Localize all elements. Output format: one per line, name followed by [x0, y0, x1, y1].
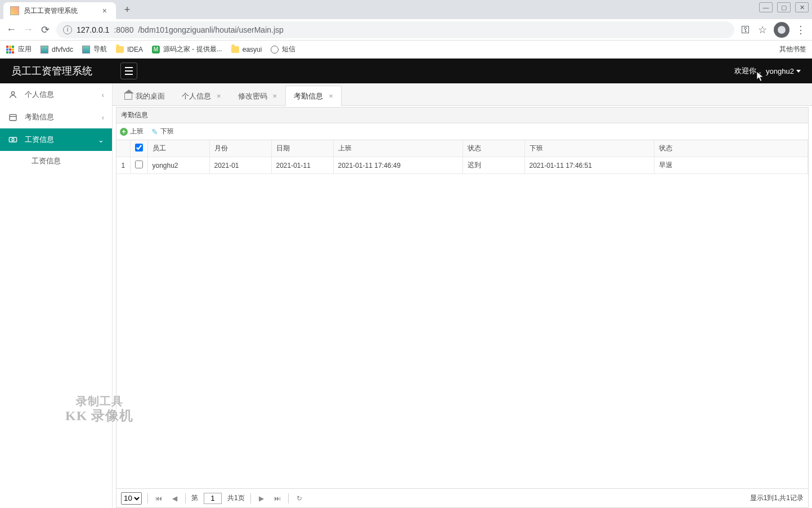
row-checkbox[interactable]: [135, 161, 143, 168]
close-tab-icon[interactable]: ×: [273, 92, 277, 100]
page-size-select[interactable]: 10: [121, 492, 142, 505]
bookmark-item[interactable]: IDEA: [116, 46, 143, 54]
separator: [185, 493, 186, 503]
bookmark-label: 短信: [282, 44, 295, 54]
page-label: 第: [191, 493, 198, 503]
profile-avatar[interactable]: [774, 22, 789, 38]
col-clock-out[interactable]: 下班: [524, 140, 654, 157]
close-window-button[interactable]: ✕: [795, 2, 809, 12]
pencil-icon: ✎: [151, 127, 158, 136]
separator: [288, 493, 289, 503]
prev-page-button[interactable]: ◀: [169, 494, 180, 502]
sidebar-toggle-button[interactable]: [120, 63, 137, 79]
svg-rect-2: [9, 137, 16, 142]
table-container: 员工 月份 日期 上班 状态 下班 状态 1: [116, 140, 808, 488]
col-off-status[interactable]: 状态: [654, 140, 808, 157]
chevron-left-icon: ‹: [102, 113, 104, 122]
favicon-icon: [10, 6, 19, 15]
bookmark-icon: [82, 46, 90, 54]
last-page-button[interactable]: ⏭: [272, 494, 282, 502]
sidebar-item-label: 个人信息: [25, 90, 54, 100]
folder-icon: [116, 46, 124, 53]
cell-index: 1: [116, 157, 130, 174]
username: yonghu2: [766, 67, 794, 75]
minimize-button[interactable]: —: [759, 2, 773, 12]
sidebar: 个人信息 ‹ 考勤信息 ‹ 工资信息 ⌄ 工资信息: [0, 83, 113, 508]
calendar-icon: [8, 112, 18, 122]
folder-icon: [231, 46, 239, 53]
main-content: 我的桌面 个人信息 × 修改密码 × 考勤信息 × 考勤信息 + 上班: [113, 83, 812, 508]
key-icon[interactable]: ⚿: [740, 25, 751, 35]
user-icon: [8, 90, 18, 100]
bookmark-item[interactable]: 导航: [82, 44, 107, 54]
other-bookmarks[interactable]: 其他书签: [776, 44, 806, 54]
col-clock-in[interactable]: 上班: [333, 140, 463, 157]
toolbar: + 上班 ✎ 下班: [116, 123, 808, 140]
svg-point-0: [11, 92, 14, 95]
browser-tab[interactable]: 员工工资管理系统 ×: [3, 2, 116, 19]
close-tab-icon[interactable]: ×: [217, 92, 221, 100]
bookmark-item[interactable]: M 源码之家 - 提供最...: [152, 44, 222, 54]
url-field[interactable]: i 127.0.0.1:8080/bdm101gongziguanli/hout…: [56, 21, 734, 38]
pagination: 10 ⏮ ◀ 第 共1页 ▶ ⏭ ↻ 显示1到1,共1记录: [116, 488, 808, 507]
clock-out-button[interactable]: ✎ 下班: [151, 127, 174, 136]
star-icon[interactable]: ☆: [757, 24, 768, 36]
globe-icon: [271, 46, 279, 54]
reload-button[interactable]: ⟳: [39, 24, 51, 36]
page-info: 显示1到1,共1记录: [750, 493, 804, 503]
next-page-button[interactable]: ▶: [257, 494, 267, 502]
bookmark-item[interactable]: 短信: [271, 44, 295, 54]
separator: [147, 493, 148, 503]
col-employee[interactable]: 员工: [147, 140, 209, 157]
col-on-status[interactable]: 状态: [463, 140, 524, 157]
browser-tab-strip: 员工工资管理系统 × + — ▢ ✕: [0, 0, 812, 19]
apps-icon: [6, 45, 15, 54]
close-tab-icon[interactable]: ×: [100, 6, 109, 15]
watermark: 录制工具 KK 录像机: [65, 394, 133, 424]
bookmark-apps[interactable]: 应用: [6, 44, 32, 54]
plus-icon: +: [120, 128, 128, 136]
welcome-prefix: 欢迎你，: [734, 66, 764, 76]
first-page-button[interactable]: ⏮: [154, 494, 164, 502]
sidebar-sub-salary[interactable]: 工资信息: [0, 151, 112, 171]
sidebar-item-label: 考勤信息: [25, 112, 54, 122]
table-row[interactable]: 1 yonghu2 2021-01 2021-01-11 2021-01-11 …: [116, 157, 808, 174]
cell-month: 2021-01: [209, 157, 271, 174]
clock-in-button[interactable]: + 上班: [120, 127, 143, 136]
button-label: 下班: [160, 127, 174, 136]
chevron-left-icon: ‹: [102, 91, 104, 99]
page-input[interactable]: [204, 493, 222, 504]
refresh-button[interactable]: ↻: [294, 494, 304, 502]
kebab-menu-icon[interactable]: ⋮: [795, 24, 806, 36]
tab-password[interactable]: 修改密码 ×: [230, 86, 286, 106]
col-month[interactable]: 月份: [209, 140, 271, 157]
bookmark-item[interactable]: easyui: [231, 46, 262, 54]
forward-button[interactable]: →: [23, 24, 34, 35]
tab-title: 员工工资管理系统: [24, 6, 100, 16]
table-header-row: 员工 月份 日期 上班 状态 下班 状态: [116, 140, 808, 157]
sidebar-sub-label: 工资信息: [32, 156, 61, 166]
maximize-button[interactable]: ▢: [777, 2, 791, 12]
bookmarks-bar: 应用 dfvfvdc 导航 IDEA M 源码之家 - 提供最... easyu…: [0, 41, 812, 59]
bookmark-item[interactable]: dfvfvdc: [41, 46, 73, 54]
back-button[interactable]: ←: [6, 24, 17, 35]
button-label: 上班: [130, 127, 143, 136]
col-date[interactable]: 日期: [271, 140, 333, 157]
sidebar-item-salary[interactable]: 工资信息 ⌄: [0, 128, 112, 151]
tab-desktop[interactable]: 我的桌面: [116, 86, 173, 106]
close-tab-icon[interactable]: ×: [329, 92, 333, 100]
user-menu[interactable]: 欢迎你，yonghu2: [734, 66, 801, 76]
tab-profile[interactable]: 个人信息 ×: [173, 86, 230, 106]
sidebar-item-profile[interactable]: 个人信息 ‹: [0, 83, 112, 106]
new-tab-button[interactable]: +: [119, 2, 135, 17]
separator: [250, 493, 251, 503]
tab-attendance[interactable]: 考勤信息 ×: [285, 86, 342, 106]
watermark-line1: 录制工具: [65, 394, 133, 408]
sidebar-item-attendance[interactable]: 考勤信息 ‹: [0, 106, 112, 128]
cell-employee: yonghu2: [147, 157, 209, 174]
home-icon: [124, 93, 132, 100]
panel-title: 考勤信息: [116, 108, 808, 123]
site-info-icon[interactable]: i: [63, 25, 72, 34]
select-all-checkbox[interactable]: [135, 144, 143, 151]
bookmark-label: 其他书签: [779, 44, 806, 54]
